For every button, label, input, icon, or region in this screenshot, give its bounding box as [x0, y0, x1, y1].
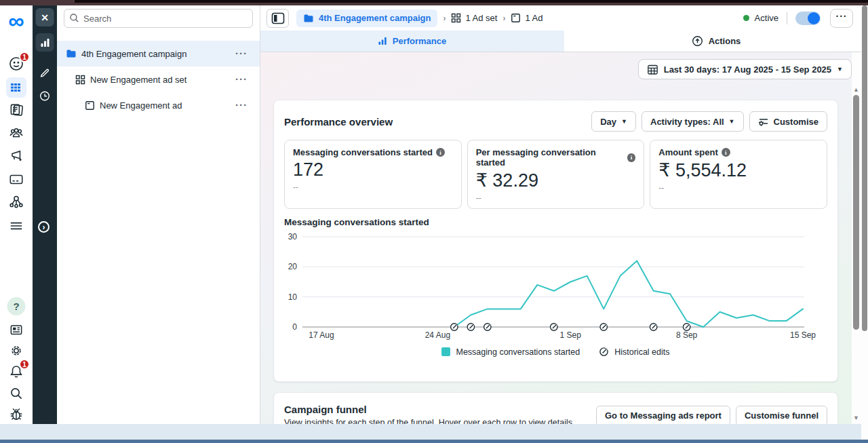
insights-nav-rail: ✕ ›	[33, 5, 57, 424]
divider	[787, 12, 787, 24]
campaign-tree-panel: 4th Engagement campaign ··· New Engageme…	[57, 5, 260, 424]
edit-panel-button[interactable]	[36, 62, 54, 81]
legend-series: Messaging conversations started	[441, 347, 580, 357]
card-title: Performance overview	[284, 116, 393, 128]
search-input[interactable]	[64, 9, 253, 28]
granularity-dropdown[interactable]: Day ▼	[591, 111, 636, 132]
toggle-knob	[808, 12, 820, 24]
home-badge: 1	[19, 52, 30, 62]
content-scrollbar-thumb[interactable]	[853, 95, 859, 330]
svg-text:1 Sep: 1 Sep	[560, 330, 582, 340]
expand-rail-button[interactable]: ›	[38, 221, 50, 233]
metric-delta: --	[476, 193, 636, 203]
all-tools-button[interactable]	[8, 218, 24, 234]
status-dot	[743, 15, 749, 21]
ad-set-icon	[75, 75, 85, 85]
search-icon	[8, 385, 24, 402]
ad-icon	[85, 100, 95, 111]
ad-icon	[511, 13, 521, 23]
close-icon: ✕	[41, 12, 49, 23]
breadcrumb-campaign[interactable]: 4th Engagement campaign	[296, 9, 437, 27]
info-icon[interactable]: i	[436, 148, 445, 157]
scroll-up-arrow[interactable]: ▲	[852, 86, 861, 93]
whats-new-button[interactable]	[8, 322, 24, 338]
tab-performance[interactable]: Performance	[260, 31, 564, 52]
tab-label: Performance	[393, 36, 446, 46]
help-button[interactable]: ?	[7, 297, 26, 315]
historical-edit-icon	[599, 347, 609, 357]
customise-button[interactable]: Customise	[749, 111, 827, 132]
chart-legend: Messaging conversations started Historic…	[274, 347, 837, 357]
calendar-icon	[647, 64, 658, 75]
button-label: Customise	[774, 117, 818, 127]
folder-icon	[66, 48, 77, 59]
metric-cards: Messaging conversations startedi 172 -- …	[284, 140, 827, 209]
active-toggle[interactable]	[795, 12, 821, 25]
people-icon	[8, 125, 24, 141]
settings-button[interactable]	[8, 343, 24, 359]
svg-text:8 Sep: 8 Sep	[676, 330, 698, 340]
legend-label: Historical edits	[614, 347, 669, 357]
billing-button[interactable]	[8, 171, 24, 187]
breadcrumb-ad[interactable]: 1 Ad	[511, 13, 542, 23]
tree-row-label: 4th Engagement campaign	[81, 49, 186, 59]
menu-lines-icon	[8, 218, 24, 234]
notifications-button[interactable]: 1	[8, 363, 24, 379]
svg-text:30: 30	[288, 232, 298, 242]
window-footer-strip	[0, 424, 868, 440]
scroll-down-arrow[interactable]: ▼	[852, 415, 861, 421]
svg-text:17 Aug: 17 Aug	[309, 330, 334, 340]
messaging-ads-report-button[interactable]: Go to Messaging ads report	[596, 406, 730, 425]
svg-text:15 Sep: 15 Sep	[790, 330, 816, 340]
series-swatch	[441, 347, 450, 356]
button-label: Go to Messaging ads report	[605, 410, 722, 421]
info-icon[interactable]: i	[627, 153, 636, 162]
svg-text:24 Aug: 24 Aug	[425, 330, 450, 340]
card-title: Campaign funnel	[284, 404, 574, 415]
history-panel-button[interactable]	[36, 87, 54, 105]
breadcrumb-label: 1 Ad	[525, 13, 542, 23]
svg-text:20: 20	[288, 262, 298, 271]
meta-logo-icon[interactable]: ∞	[8, 11, 24, 31]
metric-label: Per messaging conversation started	[476, 147, 624, 168]
window-title-strip-dark	[75, 0, 868, 3]
assets-button[interactable]	[8, 193, 24, 210]
info-icon[interactable]: i	[722, 148, 730, 157]
close-panel-button[interactable]: ✕	[36, 8, 54, 26]
customise-funnel-button[interactable]: Customise funnel	[736, 406, 827, 425]
bug-icon	[8, 406, 24, 422]
sidebar-toggle-icon	[271, 12, 285, 24]
performance-overview-card: Performance overview Day ▼ Activity type…	[273, 100, 838, 382]
account-home-button[interactable]: 1	[8, 56, 24, 72]
tree-row-ad[interactable]: New Engagement ad ···	[57, 92, 260, 118]
metric-value: 172	[293, 159, 453, 180]
advertise-button[interactable]	[8, 148, 24, 164]
breadcrumb-ad-set[interactable]: 1 Ad set	[451, 13, 497, 23]
audiences-button[interactable]	[8, 125, 24, 141]
tab-actions[interactable]: Actions	[564, 31, 868, 52]
charts-panel-button[interactable]	[36, 33, 54, 52]
page-scrollbar-thumb[interactable]	[862, 5, 867, 331]
metric-label: Messaging conversations started	[293, 147, 433, 157]
date-range-button[interactable]: Last 30 days: 17 Aug 2025 - 15 Sep 2025 …	[638, 59, 852, 79]
dropdown-label: Day	[600, 117, 616, 127]
tab-label: Actions	[709, 36, 741, 46]
credit-card-icon	[8, 171, 24, 187]
metric-label: Amount spent	[658, 147, 717, 157]
global-search-button[interactable]	[8, 385, 24, 402]
tree-row-ad-set[interactable]: New Engagement ad set ···	[57, 66, 260, 92]
breadcrumb-separator: ›	[443, 14, 446, 23]
more-options-button[interactable]: ···	[830, 9, 853, 28]
activity-types-dropdown[interactable]: Activity types: All ▼	[642, 111, 744, 132]
caret-down-icon: ▼	[729, 118, 735, 125]
collapse-sidebar-button[interactable]	[267, 9, 289, 28]
notifications-badge: 1	[19, 359, 30, 370]
campaigns-nav-button[interactable]	[6, 77, 26, 98]
hierarchy-icon	[8, 193, 24, 210]
tree-row-campaign[interactable]: 4th Engagement campaign ···	[57, 41, 260, 66]
main-panel: 4th Engagement campaign › 1 Ad set › 1 A…	[260, 5, 868, 424]
report-problem-button[interactable]	[8, 406, 24, 422]
megaphone-icon	[8, 148, 24, 164]
performance-chart: 010203017 Aug24 Aug1 Sep8 Sep15 Sep	[274, 227, 818, 344]
ads-reporting-button[interactable]	[8, 102, 24, 118]
